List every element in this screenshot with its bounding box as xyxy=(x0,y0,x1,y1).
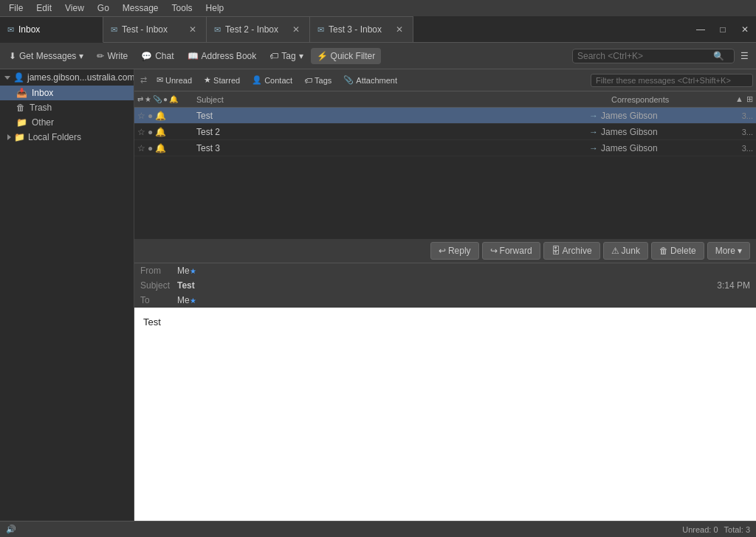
unread-filter-btn[interactable]: ✉ Unread xyxy=(151,73,197,87)
forward-label: Forward xyxy=(500,246,532,256)
delete-button[interactable]: 🗑 Delete xyxy=(651,242,704,260)
col-subject-label: Subject xyxy=(196,95,224,104)
attachment-filter-btn[interactable]: 📎 Attachment xyxy=(338,73,402,87)
subject-value: Test xyxy=(177,280,195,291)
tab-inbox[interactable]: ✉ Inbox xyxy=(0,16,103,43)
row3-corr: → James Gibson xyxy=(586,143,734,153)
archive-button[interactable]: 🗄 Archive xyxy=(543,242,600,260)
row2-arrow-icon: → xyxy=(589,127,598,137)
toolbar-menu-icon[interactable]: ☰ xyxy=(736,48,753,64)
quick-filter-label: Quick Filter xyxy=(331,51,376,61)
tag-button[interactable]: 🏷 Tag ▾ xyxy=(264,48,309,64)
delete-icon: 🗑 xyxy=(659,246,668,256)
table-row[interactable]: ☆ ● 🔔 Test 3 → James Gibson 3... xyxy=(134,140,756,156)
msg-list-header: ⇄ ★ 📎 ● 🔔 Subject Correspondents ▲ ⊞ xyxy=(134,91,756,108)
search-input[interactable] xyxy=(577,51,710,61)
address-book-button[interactable]: 📖 Address Book xyxy=(182,48,263,64)
subject-label: Subject xyxy=(140,280,177,291)
row2-date: 3... xyxy=(734,128,756,136)
sidebar-local-folders-label: Local Folders xyxy=(28,132,81,142)
menu-help[interactable]: Help xyxy=(200,1,230,15)
msg-from-row: From Me ★ xyxy=(134,263,756,278)
delete-label: Delete xyxy=(670,246,696,256)
get-messages-icon: ⬇ xyxy=(9,51,16,61)
tabs-bar: ✉ Inbox ✉ Test - Inbox ✕ ✉ Test 2 - Inbo… xyxy=(0,16,756,43)
table-row[interactable]: ☆ ● 🔔 Test 2 → James Gibson 3... xyxy=(134,124,756,140)
row2-star-icon[interactable]: ☆ xyxy=(137,127,145,137)
menu-edit[interactable]: Edit xyxy=(30,1,58,15)
get-messages-button[interactable]: ⬇ Get Messages ▾ xyxy=(3,48,89,64)
tab-test3-close[interactable]: ✕ xyxy=(394,24,405,35)
search-box[interactable]: 🔍 xyxy=(572,49,735,63)
maximize-button[interactable]: □ xyxy=(712,16,734,43)
content-area: ⇄ ✉ Unread ★ Starred 👤 Contact 🏷 Tags 📎 … xyxy=(134,69,756,521)
tab-test-icon: ✉ xyxy=(111,25,117,35)
to-label: To xyxy=(140,295,177,305)
quick-filter-button[interactable]: ⚡ Quick Filter xyxy=(311,48,382,64)
row1-star-icon[interactable]: ☆ xyxy=(137,111,145,121)
message-time: 3:14 PM xyxy=(717,280,750,291)
row2-subject: Test 2 xyxy=(193,127,586,137)
minimize-button[interactable]: — xyxy=(690,16,712,43)
tab-test2-label: Test 2 - Inbox xyxy=(225,24,278,35)
tab-test3-inbox[interactable]: ✉ Test 3 - Inbox ✕ xyxy=(310,16,413,42)
sidebar-local-folders[interactable]: 📁 Local Folders xyxy=(0,130,134,145)
row1-arrow-icon: → xyxy=(589,111,598,121)
archive-icon: 🗄 xyxy=(551,246,560,256)
close-button[interactable]: ✕ xyxy=(734,16,756,43)
row1-corr: → James Gibson xyxy=(586,111,734,121)
tab-test2-inbox[interactable]: ✉ Test 2 - Inbox ✕ xyxy=(207,16,310,42)
sort-icons: ▲ ⊞ xyxy=(735,94,753,104)
contact-icon: 👤 xyxy=(252,75,262,85)
tab-test3-icon: ✉ xyxy=(317,25,324,35)
local-folders-icon: 📁 xyxy=(14,132,25,142)
menu-tools[interactable]: Tools xyxy=(166,1,199,15)
table-row[interactable]: ☆ ● 🔔 Test → James Gibson 3... xyxy=(134,108,756,124)
menu-message[interactable]: Message xyxy=(117,1,165,15)
contact-filter-btn[interactable]: 👤 Contact xyxy=(247,73,298,87)
tab-test-close[interactable]: ✕ xyxy=(187,24,199,35)
account-icon: 👤 xyxy=(13,72,24,83)
starred-filter-btn[interactable]: ★ Starred xyxy=(199,73,245,87)
row3-star-icon[interactable]: ☆ xyxy=(137,143,145,153)
get-messages-chevron: ▾ xyxy=(79,51,83,61)
row1-bell-icon: 🔔 xyxy=(155,111,166,121)
row2-dot-icon: ● xyxy=(148,127,153,137)
col-subject-header[interactable]: Subject xyxy=(193,95,608,104)
menu-view[interactable]: View xyxy=(59,1,90,15)
tab-test2-close[interactable]: ✕ xyxy=(290,24,302,35)
sidebar-item-trash[interactable]: 🗑 Trash xyxy=(0,100,134,115)
sidebar: 👤 james.gibson...ustralia.com 📥 Inbox 🗑 … xyxy=(0,69,134,521)
more-label: More xyxy=(715,246,735,256)
tags-filter-btn[interactable]: 🏷 Tags xyxy=(299,74,337,87)
sidebar-item-other[interactable]: 📁 Other xyxy=(0,115,134,130)
other-folder-icon: 📁 xyxy=(16,117,27,128)
tab-inbox-label: Inbox xyxy=(18,24,40,35)
address-book-icon: 📖 xyxy=(188,51,199,61)
account-label: james.gibson...ustralia.com xyxy=(27,72,134,83)
menu-file[interactable]: File xyxy=(3,1,29,15)
forward-button[interactable]: ↪ Forward xyxy=(482,242,540,260)
sidebar-account[interactable]: 👤 james.gibson...ustralia.com xyxy=(0,69,134,86)
remind-sort-icon: 🔔 xyxy=(169,95,178,103)
junk-button[interactable]: ⚠ Junk xyxy=(603,242,648,260)
col-corr-header[interactable]: Correspondents ▲ ⊞ xyxy=(608,94,756,104)
read-sort-icon: ● xyxy=(163,95,168,103)
chat-button[interactable]: 💬 Chat xyxy=(135,48,179,64)
inbox-folder-icon: 📥 xyxy=(16,88,27,98)
trash-folder-icon: 🗑 xyxy=(16,103,25,113)
to-value: Me xyxy=(177,295,190,305)
sort-asc-icon: ▲ xyxy=(735,94,743,104)
to-star-badge: ★ xyxy=(190,297,196,305)
reply-button[interactable]: ↩ Reply xyxy=(430,242,479,260)
attachment-label: Attachment xyxy=(356,76,397,85)
row2-corr: → James Gibson xyxy=(586,127,734,137)
tab-test-inbox[interactable]: ✉ Test - Inbox ✕ xyxy=(103,16,207,42)
more-button[interactable]: More ▾ xyxy=(707,242,750,260)
statusbar-icon: 🔊 xyxy=(6,524,16,534)
filter-input[interactable] xyxy=(591,74,753,87)
sidebar-item-inbox[interactable]: 📥 Inbox xyxy=(0,86,134,100)
write-button[interactable]: ✏ Write xyxy=(91,48,134,64)
from-value: Me xyxy=(177,266,190,276)
menu-go[interactable]: Go xyxy=(92,1,115,15)
